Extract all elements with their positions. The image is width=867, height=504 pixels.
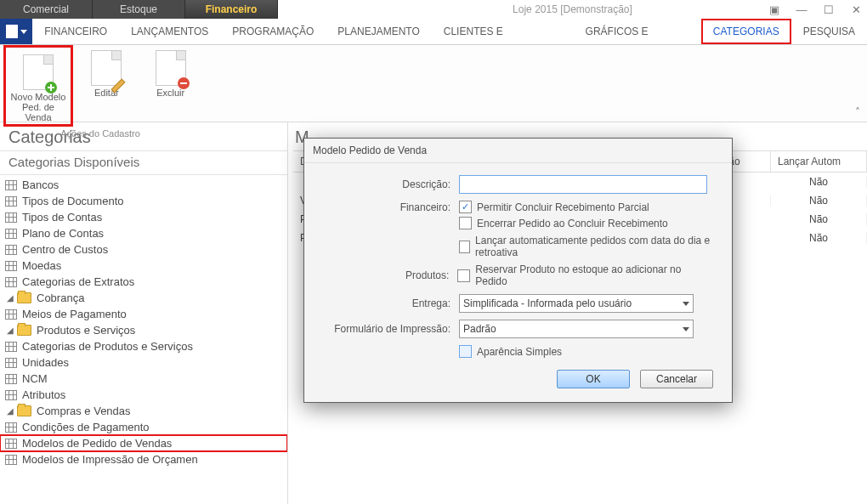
tree-item-moedas[interactable]: Moedas (0, 258, 287, 274)
grid-icon (5, 439, 17, 449)
twisty-open-icon[interactable]: ◢ (5, 326, 15, 335)
tree-item-categorias-extratos[interactable]: Categorias de Extratos (0, 274, 287, 290)
tree-item-meios-pagamento[interactable]: Meios de Pagamento (0, 306, 287, 322)
novo-modelo-label2: Ped. de Venda (8, 102, 69, 122)
grid-icon (5, 229, 17, 239)
formulario-combo[interactable]: Padrão (459, 320, 694, 338)
checkbox-icon (459, 241, 470, 253)
check-encerrar[interactable]: Encerrar Pedido ao Concluir Recebimento (459, 217, 713, 229)
grid-icon (5, 422, 17, 433)
grid-icon (5, 374, 17, 384)
checkbox-icon (457, 269, 470, 282)
editar-label: Editar (76, 88, 137, 98)
ribbon-tab-planejamento[interactable]: PLANEJAMENTO (326, 19, 431, 44)
tree-item-bancos[interactable]: Bancos (0, 177, 287, 193)
plus-badge-icon (45, 82, 57, 93)
ribbon-tab-categorias[interactable]: CATEGORIAS (701, 19, 791, 44)
folder-icon (17, 325, 31, 336)
label-descricao: Descrição: (323, 178, 459, 190)
module-tab-estoque[interactable]: Estoque (93, 0, 185, 19)
grid-icon (5, 309, 17, 320)
categories-panel: Categorias Categorias Disponíveis Bancos… (0, 122, 288, 504)
excluir-button[interactable]: Excluir (140, 45, 201, 98)
window-maximize-icon[interactable]: ☐ (823, 3, 835, 16)
check-lancar-auto[interactable]: Lançar automaticamente pedidos com data … (459, 235, 713, 258)
ribbon-body: Novo Modelo Ped. de Venda Editar Excluir… (0, 45, 867, 122)
window-close-icon[interactable]: ✕ (850, 3, 862, 16)
checkbox-icon: ✓ (459, 201, 472, 213)
tree-item-modelos-impressao[interactable]: Modelos de Impressão de Orçamen (0, 451, 287, 467)
chevron-down-icon (20, 30, 27, 34)
ribbon-tab-programacao[interactable]: PROGRAMAÇÃO (220, 19, 326, 44)
window-title-area: Loje 2015 [Demonstração] ▣ — ☐ ✕ (278, 0, 867, 19)
check-aparencia[interactable]: Aparência Simples (459, 345, 713, 358)
grid-icon (5, 180, 17, 190)
entrega-combo[interactable]: Simplificada - Informada pelo usuário (459, 294, 694, 313)
ribbon-group-label: Ações do Cadastro (3, 128, 197, 139)
twisty-open-icon[interactable]: ◢ (5, 406, 15, 416)
folder-icon (17, 292, 31, 303)
window-minimize-icon[interactable]: — (796, 3, 808, 16)
file-doc-icon (6, 25, 18, 38)
novo-modelo-label1: Novo Modelo (8, 92, 69, 102)
modelo-pedido-dialog: Modelo Pedido de Venda Descrição: Financ… (303, 138, 733, 403)
label-formulario: Formulário de Impressão: (323, 323, 459, 335)
file-menu-button[interactable] (0, 19, 32, 44)
cancel-button[interactable]: Cancelar (640, 370, 713, 388)
window-compact-icon[interactable]: ▣ (768, 3, 780, 16)
grid-icon (5, 212, 17, 223)
excluir-label: Excluir (140, 88, 201, 98)
module-tab-financeiro[interactable]: Financeiro (185, 0, 278, 19)
formulario-value: Padrão (463, 323, 496, 335)
twisty-open-icon[interactable]: ◢ (5, 293, 15, 303)
grid-icon (5, 196, 17, 207)
check-permitir[interactable]: ✓ Permitir Concluir Recebimento Parcial (459, 201, 649, 213)
label-entrega: Entrega: (323, 297, 459, 309)
grid-icon (5, 455, 17, 465)
tree-item-plano-contas[interactable]: Plano de Contas (0, 225, 287, 241)
grid-icon (5, 390, 17, 400)
tree-item-tipos-contas[interactable]: Tipos de Contas (0, 209, 287, 225)
ribbon-tab-lancamentos[interactable]: LANÇAMENTOS (119, 19, 220, 44)
ribbon-collapse-icon[interactable]: ˄ (855, 106, 860, 118)
tree-item-modelos-pedido-vendas[interactable]: Modelos de Pedido de Vendas (0, 435, 287, 451)
checkbox-icon (459, 217, 472, 229)
grid-icon (5, 277, 17, 287)
tree-item-condicoes-pagamento[interactable]: Condições de Pagamento (0, 419, 287, 435)
ok-button[interactable]: OK (557, 370, 630, 388)
grid-icon (5, 358, 17, 368)
minus-badge-icon (178, 77, 190, 89)
tree-item-centro-custos[interactable]: Centro de Custos (0, 241, 287, 258)
tree-item-unidades[interactable]: Unidades (0, 354, 287, 371)
panel-subtitle: Categorias Disponíveis (0, 150, 287, 175)
ribbon-tab-financeiro[interactable]: FINANCEIRO (32, 19, 119, 44)
grid-icon (5, 245, 17, 255)
tree-item-ncm[interactable]: NCM (0, 371, 287, 387)
ribbon-tab-clientes[interactable]: CLIENTES E FORNECEDORES (432, 19, 574, 44)
tree-folder-produtos[interactable]: ◢Produtos e Serviços (0, 322, 287, 338)
label-produtos: Produtos: (323, 269, 457, 281)
window-title: Loje 2015 [Demonstração] (513, 3, 632, 15)
entrega-value: Simplificada - Informada pelo usuário (463, 297, 632, 309)
check-reservar[interactable]: Reservar Produto no estoque ao adicionar… (457, 263, 713, 287)
categories-tree[interactable]: Bancos Tipos de Documento Tipos de Conta… (0, 175, 287, 504)
label-financeiro: Financeiro: (323, 201, 459, 213)
novo-modelo-button[interactable]: Novo Modelo Ped. de Venda (8, 49, 69, 122)
folder-icon (17, 405, 31, 416)
chevron-down-icon (683, 302, 689, 306)
ribbon-tab-graficos[interactable]: GRÁFICOS E RELATÓRIOS (574, 19, 701, 44)
tree-folder-compras[interactable]: ◢Compras e Vendas (0, 403, 287, 419)
tree-item-tipos-documento[interactable]: Tipos de Documento (0, 193, 287, 209)
tree-item-atributos[interactable]: Atributos (0, 387, 287, 403)
module-tab-comercial[interactable]: Comercial (0, 0, 93, 19)
tree-folder-cobranca[interactable]: ◢Cobrança (0, 290, 287, 306)
editar-button[interactable]: Editar (76, 45, 137, 98)
cell-nao: Não (771, 176, 867, 188)
chevron-down-icon (683, 327, 689, 331)
descricao-input[interactable] (459, 175, 707, 194)
col-lancar[interactable]: Lançar Autom (771, 151, 867, 172)
tree-item-categorias-produtos[interactable]: Categorias de Produtos e Serviços (0, 338, 287, 354)
ribbon-tab-pesquisa[interactable]: PESQUISA (791, 19, 867, 44)
checkbox-icon (459, 345, 472, 358)
grid-icon (5, 342, 17, 352)
